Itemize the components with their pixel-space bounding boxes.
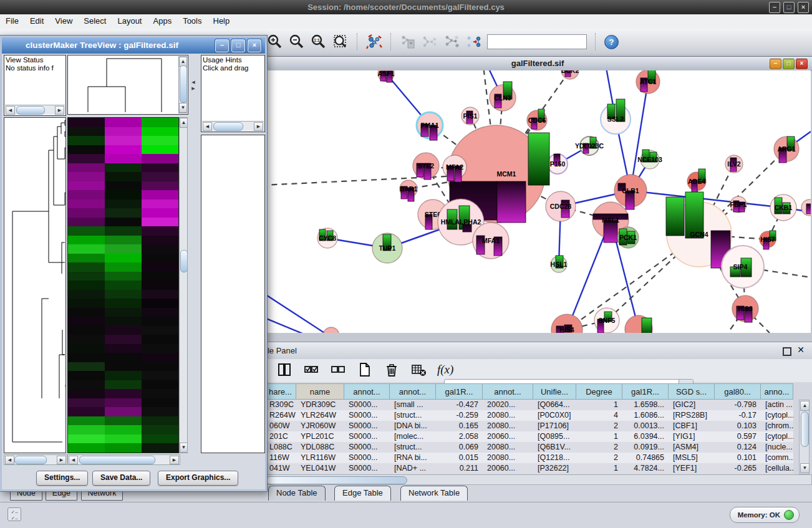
gene-dendrogram-panel[interactable] [4, 117, 66, 453]
table-cell[interactable]: R264W [265, 410, 296, 421]
column-header-3[interactable]: annot... [390, 383, 436, 400]
window-maximize-button[interactable]: □ [783, 2, 795, 13]
table-cell[interactable]: -0.265 [715, 463, 761, 474]
table-cell[interactable]: [YEF1] [669, 463, 715, 474]
network-node-ssl2[interactable]: SSL2 [601, 99, 631, 134]
table-cell[interactable]: YLR264W [296, 410, 344, 421]
network-merge-icon[interactable] [422, 34, 438, 50]
menu-item-edit[interactable]: Edit [24, 14, 49, 26]
network-node-pck1[interactable]: PCK1 [617, 227, 639, 248]
table-cell[interactable]: 0.069 [436, 442, 483, 453]
column-header-9[interactable]: SGD s... [669, 383, 715, 400]
table-cell[interactable]: 2.058 [436, 431, 483, 442]
column-header-8[interactable]: gal1R... [622, 383, 669, 400]
network-node-ckb1[interactable]: CKB1 [770, 194, 796, 221]
table-cell[interactable]: S0000... [344, 453, 390, 463]
delete-column-icon[interactable] [384, 362, 400, 378]
network-node-asf1[interactable]: ASF1 [378, 70, 395, 82]
table-cell[interactable]: 20080... [483, 410, 533, 421]
table-panel-close-icon[interactable]: ✕ [797, 345, 805, 355]
table-cell[interactable]: S0000... [344, 400, 390, 410]
table-cell[interactable]: 1.6598... [622, 400, 669, 410]
table-cell[interactable]: 0.74865 [622, 453, 669, 463]
table-cell[interactable]: S0000... [344, 463, 390, 474]
network-node-mfa1[interactable]: MFA1 [473, 223, 509, 259]
table-cell[interactable]: [comm... [761, 453, 793, 463]
table-cell[interactable]: 0.103 [715, 421, 761, 431]
table-cell[interactable]: 201C [265, 431, 296, 442]
network-annotate-icon[interactable] [465, 34, 481, 50]
gene-tree-hscrollbar[interactable]: ◀▶ [4, 454, 67, 465]
network-node-ste2[interactable]: STE2 [413, 153, 439, 180]
splitter-left-arrow[interactable]: ◀ [189, 80, 198, 85]
zoom-actual-size-icon[interactable]: 1:1 [311, 34, 327, 50]
zoom-selected-icon[interactable] [332, 34, 349, 50]
network-node-cdc6[interactable]: CDC6 [527, 109, 547, 130]
treeview-close-button[interactable]: × [248, 39, 261, 52]
zoom-in-icon[interactable] [267, 34, 283, 50]
treeview-maximize-button[interactable]: □ [231, 39, 245, 52]
network-node-his3[interactable]: HIS3 [732, 295, 758, 322]
network-node-cdc28[interactable]: CDC28 [546, 191, 576, 221]
task-settings-icon[interactable]: ✓–✓– [7, 507, 21, 521]
table-cell[interactable]: [Q0895... [533, 431, 576, 442]
table-cell[interactable]: S0000... [344, 421, 390, 431]
table-cell[interactable]: [cytopl... [761, 431, 793, 442]
column-header-4[interactable]: gal1R... [436, 383, 483, 400]
menu-item-layout[interactable]: Layout [112, 14, 147, 26]
table-cell[interactable]: 2 [576, 421, 622, 431]
table-cell[interactable]: YPL201C [296, 431, 344, 442]
network-window-minimize-button[interactable]: – [770, 59, 781, 69]
table-cell[interactable]: 0.597 [715, 431, 761, 442]
table-cell[interactable]: 1 [576, 431, 622, 442]
network-node-hsl1[interactable]: HSL1 [551, 256, 568, 272]
table-panel-float-icon[interactable] [783, 347, 791, 356]
table-cell[interactable]: [P17106] [533, 421, 576, 431]
table-cell[interactable]: [Q6B1V... [533, 442, 576, 453]
column-header-5[interactable]: annot... [483, 383, 533, 400]
table-cell[interactable]: 1.6086... [622, 410, 669, 421]
network-node-p150[interactable]: P150 [548, 154, 568, 174]
column-tree-scrollbar[interactable]: ▲ ▼ [178, 56, 187, 113]
export-graphics-button[interactable]: Export Graphics... [158, 471, 238, 486]
table-cell[interactable]: [RPS28B] [669, 410, 715, 421]
network-node-tup1[interactable]: TUP1 [372, 233, 402, 263]
table-cell[interactable]: 116W [265, 453, 296, 463]
table-cell[interactable]: [MSL5] [669, 453, 715, 463]
table-cell[interactable]: 0.015 [436, 453, 483, 463]
table-cell[interactable]: 0.0013... [622, 421, 669, 431]
table-cell[interactable]: L088C [265, 442, 296, 453]
help-button[interactable]: ? [604, 35, 619, 49]
apply-layout-icon[interactable] [366, 34, 382, 50]
column-header-2[interactable]: annot... [344, 383, 390, 400]
menu-item-apps[interactable]: Apps [148, 14, 178, 26]
table-horizontal-scrollbar[interactable] [262, 474, 812, 485]
table-cell[interactable]: -0.259 [436, 410, 483, 421]
network-node-ilv2[interactable]: ILV2 [725, 155, 743, 173]
table-cell[interactable]: 0.0919... [622, 442, 669, 453]
table-cell[interactable]: S0000... [344, 410, 390, 421]
table-cell[interactable]: [YIG1] [669, 431, 715, 442]
table-cell[interactable]: 20020... [483, 400, 533, 410]
table-cell[interactable]: [struct... [390, 410, 436, 421]
table-cell[interactable]: 20080... [483, 421, 533, 431]
table-cell[interactable]: -0.17 [715, 410, 761, 421]
table-cell[interactable]: 4 [576, 410, 622, 421]
table-cell[interactable]: [struct... [390, 442, 436, 453]
network-node-arg1[interactable]: ARG1 [774, 137, 799, 163]
table-cell[interactable]: 0.211 [436, 463, 483, 474]
tab-network-table[interactable]: Network Table [400, 486, 468, 501]
column-header-6[interactable]: Unifie... [533, 383, 576, 400]
splitter-right-arrow[interactable]: ▶ [189, 86, 198, 91]
table-cell[interactable]: 0.101 [715, 453, 761, 463]
network-node-snf5[interactable]: SNF5 [594, 308, 619, 333]
table-cell[interactable]: 4.7824... [622, 463, 669, 474]
show-columns-icon[interactable] [276, 362, 292, 378]
column-header-1[interactable]: name [296, 383, 344, 400]
select-all-columns-icon[interactable] [303, 362, 319, 378]
network-from-file-icon[interactable] [400, 34, 416, 50]
column-header-7[interactable]: Degree [576, 383, 622, 400]
table-cell[interactable]: 041W [265, 463, 296, 474]
network-node-gcn4[interactable]: GCN4 [666, 192, 732, 268]
tab-edge-table[interactable]: Edge Table [334, 486, 391, 501]
